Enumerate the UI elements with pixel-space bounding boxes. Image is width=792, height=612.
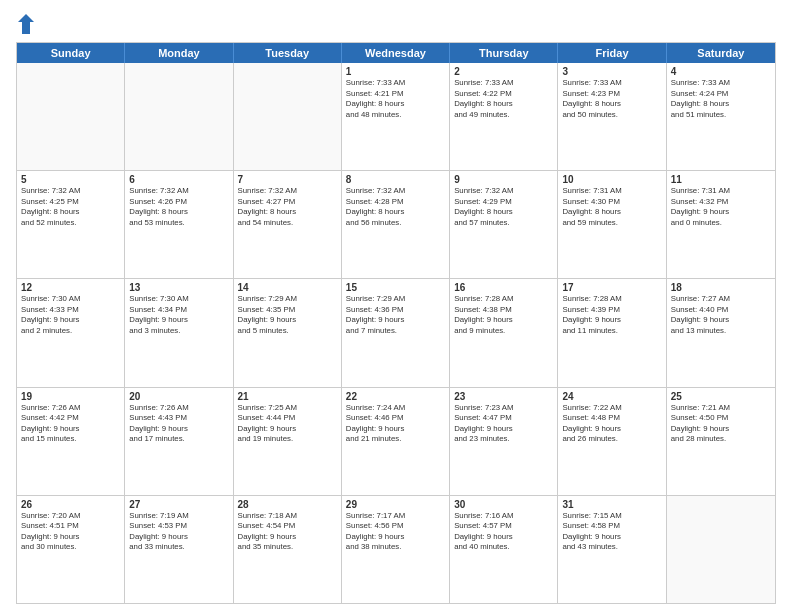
day-number: 7 (238, 174, 337, 185)
day-info: Sunrise: 7:25 AMSunset: 4:44 PMDaylight:… (238, 403, 337, 445)
day-info: Sunrise: 7:27 AMSunset: 4:40 PMDaylight:… (671, 294, 771, 336)
day-cell: 2Sunrise: 7:33 AMSunset: 4:22 PMDaylight… (450, 63, 558, 170)
day-number: 29 (346, 499, 445, 510)
day-info: Sunrise: 7:30 AMSunset: 4:34 PMDaylight:… (129, 294, 228, 336)
day-info: Sunrise: 7:32 AMSunset: 4:25 PMDaylight:… (21, 186, 120, 228)
week-row-3: 12Sunrise: 7:30 AMSunset: 4:33 PMDayligh… (17, 278, 775, 386)
day-cell: 20Sunrise: 7:26 AMSunset: 4:43 PMDayligh… (125, 388, 233, 495)
day-info: Sunrise: 7:17 AMSunset: 4:56 PMDaylight:… (346, 511, 445, 553)
day-info: Sunrise: 7:32 AMSunset: 4:27 PMDaylight:… (238, 186, 337, 228)
day-header-wednesday: Wednesday (342, 43, 450, 63)
day-headers-row: SundayMondayTuesdayWednesdayThursdayFrid… (17, 43, 775, 63)
day-cell: 18Sunrise: 7:27 AMSunset: 4:40 PMDayligh… (667, 279, 775, 386)
logo (16, 12, 40, 36)
day-number: 25 (671, 391, 771, 402)
day-cell: 22Sunrise: 7:24 AMSunset: 4:46 PMDayligh… (342, 388, 450, 495)
day-info: Sunrise: 7:18 AMSunset: 4:54 PMDaylight:… (238, 511, 337, 553)
day-cell: 31Sunrise: 7:15 AMSunset: 4:58 PMDayligh… (558, 496, 666, 603)
day-cell: 5Sunrise: 7:32 AMSunset: 4:25 PMDaylight… (17, 171, 125, 278)
day-number: 17 (562, 282, 661, 293)
day-number: 22 (346, 391, 445, 402)
day-number: 16 (454, 282, 553, 293)
day-number: 19 (21, 391, 120, 402)
day-cell: 23Sunrise: 7:23 AMSunset: 4:47 PMDayligh… (450, 388, 558, 495)
day-header-sunday: Sunday (17, 43, 125, 63)
week-row-5: 26Sunrise: 7:20 AMSunset: 4:51 PMDayligh… (17, 495, 775, 603)
day-header-friday: Friday (558, 43, 666, 63)
week-row-2: 5Sunrise: 7:32 AMSunset: 4:25 PMDaylight… (17, 170, 775, 278)
day-cell: 28Sunrise: 7:18 AMSunset: 4:54 PMDayligh… (234, 496, 342, 603)
day-cell: 30Sunrise: 7:16 AMSunset: 4:57 PMDayligh… (450, 496, 558, 603)
day-cell (125, 63, 233, 170)
day-info: Sunrise: 7:28 AMSunset: 4:38 PMDaylight:… (454, 294, 553, 336)
day-info: Sunrise: 7:26 AMSunset: 4:43 PMDaylight:… (129, 403, 228, 445)
day-cell: 6Sunrise: 7:32 AMSunset: 4:26 PMDaylight… (125, 171, 233, 278)
day-number: 28 (238, 499, 337, 510)
day-info: Sunrise: 7:29 AMSunset: 4:36 PMDaylight:… (346, 294, 445, 336)
day-info: Sunrise: 7:24 AMSunset: 4:46 PMDaylight:… (346, 403, 445, 445)
week-row-1: 1Sunrise: 7:33 AMSunset: 4:21 PMDaylight… (17, 63, 775, 170)
page: SundayMondayTuesdayWednesdayThursdayFrid… (0, 0, 792, 612)
calendar: SundayMondayTuesdayWednesdayThursdayFrid… (16, 42, 776, 604)
day-number: 13 (129, 282, 228, 293)
weeks-container: 1Sunrise: 7:33 AMSunset: 4:21 PMDaylight… (17, 63, 775, 603)
day-number: 8 (346, 174, 445, 185)
day-info: Sunrise: 7:15 AMSunset: 4:58 PMDaylight:… (562, 511, 661, 553)
day-cell: 16Sunrise: 7:28 AMSunset: 4:38 PMDayligh… (450, 279, 558, 386)
day-cell: 25Sunrise: 7:21 AMSunset: 4:50 PMDayligh… (667, 388, 775, 495)
day-cell: 9Sunrise: 7:32 AMSunset: 4:29 PMDaylight… (450, 171, 558, 278)
day-cell: 8Sunrise: 7:32 AMSunset: 4:28 PMDaylight… (342, 171, 450, 278)
day-number: 9 (454, 174, 553, 185)
day-header-tuesday: Tuesday (234, 43, 342, 63)
day-cell: 24Sunrise: 7:22 AMSunset: 4:48 PMDayligh… (558, 388, 666, 495)
day-number: 24 (562, 391, 661, 402)
header (16, 12, 776, 36)
day-number: 15 (346, 282, 445, 293)
day-number: 31 (562, 499, 661, 510)
day-cell: 7Sunrise: 7:32 AMSunset: 4:27 PMDaylight… (234, 171, 342, 278)
day-cell: 3Sunrise: 7:33 AMSunset: 4:23 PMDaylight… (558, 63, 666, 170)
day-cell: 13Sunrise: 7:30 AMSunset: 4:34 PMDayligh… (125, 279, 233, 386)
day-number: 1 (346, 66, 445, 77)
day-number: 2 (454, 66, 553, 77)
day-number: 18 (671, 282, 771, 293)
day-number: 20 (129, 391, 228, 402)
day-cell (667, 496, 775, 603)
day-number: 21 (238, 391, 337, 402)
day-info: Sunrise: 7:32 AMSunset: 4:28 PMDaylight:… (346, 186, 445, 228)
day-number: 5 (21, 174, 120, 185)
day-info: Sunrise: 7:26 AMSunset: 4:42 PMDaylight:… (21, 403, 120, 445)
day-info: Sunrise: 7:32 AMSunset: 4:29 PMDaylight:… (454, 186, 553, 228)
day-info: Sunrise: 7:28 AMSunset: 4:39 PMDaylight:… (562, 294, 661, 336)
day-info: Sunrise: 7:31 AMSunset: 4:30 PMDaylight:… (562, 186, 661, 228)
day-header-thursday: Thursday (450, 43, 558, 63)
day-cell: 10Sunrise: 7:31 AMSunset: 4:30 PMDayligh… (558, 171, 666, 278)
day-header-monday: Monday (125, 43, 233, 63)
day-number: 23 (454, 391, 553, 402)
day-info: Sunrise: 7:33 AMSunset: 4:21 PMDaylight:… (346, 78, 445, 120)
day-number: 27 (129, 499, 228, 510)
day-number: 11 (671, 174, 771, 185)
day-info: Sunrise: 7:30 AMSunset: 4:33 PMDaylight:… (21, 294, 120, 336)
day-cell: 15Sunrise: 7:29 AMSunset: 4:36 PMDayligh… (342, 279, 450, 386)
week-row-4: 19Sunrise: 7:26 AMSunset: 4:42 PMDayligh… (17, 387, 775, 495)
day-number: 26 (21, 499, 120, 510)
day-info: Sunrise: 7:20 AMSunset: 4:51 PMDaylight:… (21, 511, 120, 553)
day-cell: 27Sunrise: 7:19 AMSunset: 4:53 PMDayligh… (125, 496, 233, 603)
logo-icon (16, 12, 36, 36)
day-number: 10 (562, 174, 661, 185)
day-cell: 14Sunrise: 7:29 AMSunset: 4:35 PMDayligh… (234, 279, 342, 386)
day-info: Sunrise: 7:22 AMSunset: 4:48 PMDaylight:… (562, 403, 661, 445)
day-cell: 29Sunrise: 7:17 AMSunset: 4:56 PMDayligh… (342, 496, 450, 603)
day-cell (234, 63, 342, 170)
day-cell (17, 63, 125, 170)
day-number: 12 (21, 282, 120, 293)
day-info: Sunrise: 7:23 AMSunset: 4:47 PMDaylight:… (454, 403, 553, 445)
day-info: Sunrise: 7:33 AMSunset: 4:24 PMDaylight:… (671, 78, 771, 120)
day-header-saturday: Saturday (667, 43, 775, 63)
day-number: 30 (454, 499, 553, 510)
svg-marker-0 (18, 14, 34, 34)
day-cell: 26Sunrise: 7:20 AMSunset: 4:51 PMDayligh… (17, 496, 125, 603)
day-cell: 21Sunrise: 7:25 AMSunset: 4:44 PMDayligh… (234, 388, 342, 495)
day-info: Sunrise: 7:16 AMSunset: 4:57 PMDaylight:… (454, 511, 553, 553)
